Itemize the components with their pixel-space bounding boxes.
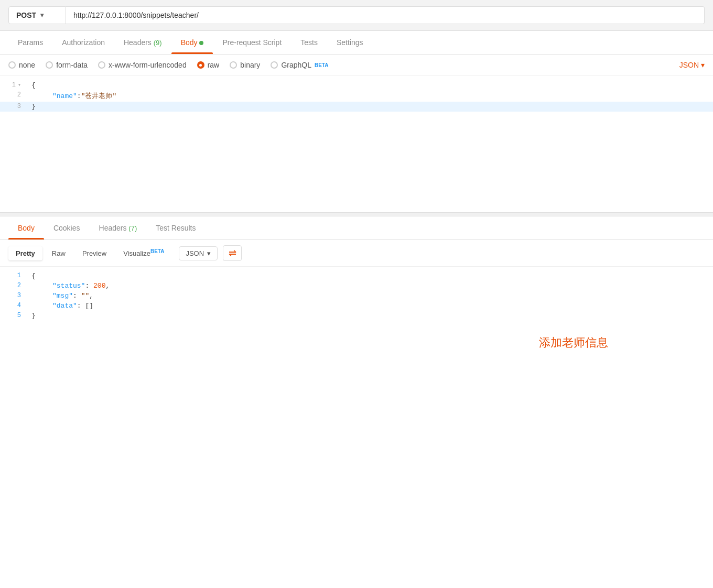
req-line-1: 1 ▾ { xyxy=(0,80,713,90)
visualize-beta: BETA xyxy=(150,248,164,254)
method-selector[interactable]: POST ▾ xyxy=(8,6,66,24)
resp-val-msg: "" xyxy=(81,292,90,300)
headers-badge: (9) xyxy=(154,39,162,47)
response-headers-badge: (7) xyxy=(128,224,137,232)
annotation-text: 添加老师信息 xyxy=(539,335,608,351)
response-tab-cookies[interactable]: Cookies xyxy=(44,216,90,239)
graphql-beta: BETA xyxy=(315,62,328,68)
resp-key-data: "data" xyxy=(52,302,77,310)
resp-line-5: 5 } xyxy=(0,311,713,321)
tab-tests[interactable]: Tests xyxy=(291,31,327,54)
resp-brace-close: } xyxy=(31,312,36,320)
radio-binary[interactable]: binary xyxy=(230,61,260,69)
format-tab-preview[interactable]: Preview xyxy=(75,246,114,260)
resp-line-2: 2 "status": 200, xyxy=(0,281,713,291)
req-linenum-1: 1 xyxy=(12,81,16,89)
body-type-row: none form-data x-www-form-urlencoded raw… xyxy=(0,55,713,76)
response-tab-body[interactable]: Body xyxy=(8,216,44,239)
request-code-editor[interactable]: 1 ▾ { 2 "name":"苍井老师" 3 } xyxy=(0,76,713,212)
req-brace-open: { xyxy=(31,81,36,89)
resp-linenum-1: 1 xyxy=(17,272,21,279)
method-chevron: ▾ xyxy=(40,12,44,19)
resp-linenum-5: 5 xyxy=(17,312,21,319)
resp-line-3: 3 "msg": "", xyxy=(0,291,713,301)
response-area-wrapper: 1 { 2 "status": 200, 3 xyxy=(0,267,713,372)
resp-val-status: 200 xyxy=(93,282,105,290)
radio-circle-none xyxy=(8,61,16,69)
url-input[interactable] xyxy=(66,6,705,24)
response-tabs-row: Body Cookies Headers (7) Test Results xyxy=(0,216,713,240)
resp-key-status: "status" xyxy=(52,282,85,290)
req-line-3: 3 } xyxy=(0,102,713,112)
wrap-button[interactable]: ⇌ xyxy=(223,245,242,261)
url-bar: POST ▾ xyxy=(0,0,713,31)
radio-circle-urlencoded xyxy=(98,61,105,69)
radio-none[interactable]: none xyxy=(8,61,35,69)
resp-line-4: 4 "data": [] xyxy=(0,301,713,311)
req-val-name: "苍井老师" xyxy=(81,92,117,100)
resp-key-msg: "msg" xyxy=(52,292,73,300)
response-tab-headers[interactable]: Headers (7) xyxy=(90,216,147,239)
format-tab-pretty[interactable]: Pretty xyxy=(8,246,42,260)
radio-form-data[interactable]: form-data xyxy=(46,61,88,69)
req-line-2: 2 "name":"苍井老师" xyxy=(0,90,713,102)
fold-arrow-1[interactable]: ▾ xyxy=(18,82,21,88)
tab-headers[interactable]: Headers (9) xyxy=(114,31,171,54)
tab-body[interactable]: Body xyxy=(171,31,213,54)
json-format-selector[interactable]: JSON ▾ xyxy=(679,61,705,69)
radio-circle-form-data xyxy=(46,61,53,69)
request-tabs-row: Params Authorization Headers (9) Body Pr… xyxy=(0,31,713,55)
tab-pre-request-script[interactable]: Pre-request Script xyxy=(213,31,291,54)
wrap-icon: ⇌ xyxy=(229,247,236,259)
resp-linenum-2: 2 xyxy=(17,282,21,289)
tab-params[interactable]: Params xyxy=(8,31,52,54)
req-brace-close: } xyxy=(31,103,36,111)
radio-circle-raw xyxy=(197,61,204,69)
radio-circle-graphql xyxy=(271,61,278,69)
response-code-editor: 1 { 2 "status": 200, 3 xyxy=(0,267,713,325)
app-container: POST ▾ Params Authorization Headers (9) … xyxy=(0,0,713,588)
format-tab-visualize[interactable]: VisualizeBETA xyxy=(116,245,171,260)
resp-linenum-4: 4 xyxy=(17,302,21,309)
resp-linenum-3: 3 xyxy=(17,292,21,299)
response-tab-test-results[interactable]: Test Results xyxy=(146,216,205,239)
radio-raw[interactable]: raw xyxy=(197,61,220,69)
section-divider xyxy=(0,212,713,216)
req-key-name: "name" xyxy=(52,92,77,100)
req-linenum-2: 2 xyxy=(17,91,21,99)
response-format-row: Pretty Raw Preview VisualizeBETA JSON ▾ … xyxy=(0,240,713,267)
radio-graphql[interactable]: GraphQLBETA xyxy=(271,61,328,69)
format-tab-raw[interactable]: Raw xyxy=(45,246,73,260)
resp-val-data: [] xyxy=(85,302,93,310)
radio-circle-binary xyxy=(230,61,237,69)
method-label: POST xyxy=(16,11,36,19)
response-json-dropdown[interactable]: JSON ▾ xyxy=(179,246,218,260)
req-linenum-3: 3 xyxy=(17,103,21,110)
resp-line-1: 1 { xyxy=(0,271,713,281)
body-dot xyxy=(199,41,203,45)
tab-settings[interactable]: Settings xyxy=(327,31,373,54)
resp-brace-open: { xyxy=(31,272,36,280)
radio-urlencoded[interactable]: x-www-form-urlencoded xyxy=(98,61,187,69)
tab-authorization[interactable]: Authorization xyxy=(52,31,114,54)
